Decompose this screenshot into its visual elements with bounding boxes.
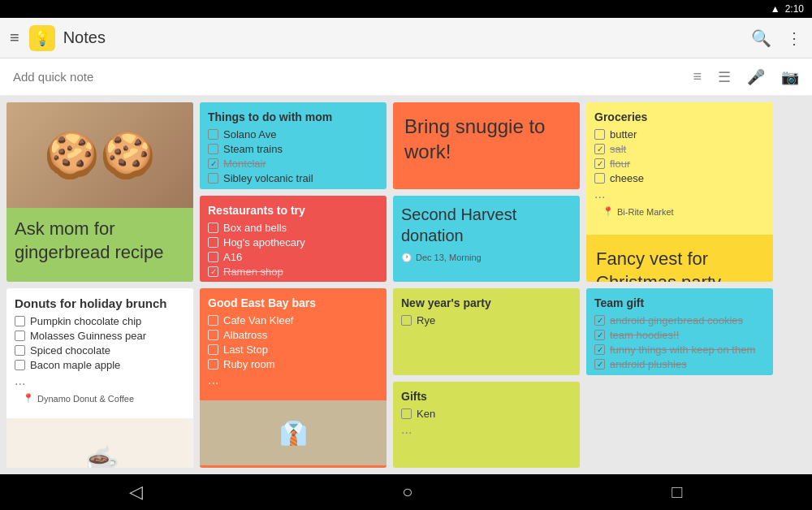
list-item: Steam trains: [208, 143, 378, 155]
fancy-vest-text[interactable]: Fancy vest for Christmas party: [586, 235, 773, 282]
things-todo-title: Things to do with mom: [208, 110, 378, 123]
note-gingerbread[interactable]: 🍪🍪 Ask mom for gingerbread recipe: [6, 102, 193, 282]
recent-apps-button[interactable]: □: [672, 482, 682, 503]
back-button[interactable]: ◁: [129, 482, 143, 503]
list-item: ✓Montclair: [208, 158, 378, 170]
wifi-icon: ▲: [771, 3, 780, 15]
text-format-icon[interactable]: ≡: [693, 68, 702, 85]
list-item: ✓android gingerbread cookies: [594, 314, 765, 326]
donuts-title: Donuts for holiday brunch: [15, 296, 185, 310]
camera-icon[interactable]: 📷: [781, 68, 799, 86]
list-item: Pumpkin chocolate chip: [15, 315, 185, 327]
restaurants-title: Restaurants to try: [208, 204, 378, 217]
quick-note-actions: ≡ ☰ 🎤 📷: [693, 68, 799, 86]
search-icon[interactable]: 🔍: [751, 28, 771, 48]
list-item: ✓funny things with keep on them: [594, 344, 765, 356]
app-icon: 💡: [29, 25, 55, 51]
gingerbread-image: 🍪🍪: [6, 102, 193, 208]
eastbay-title: Good East Bay bars: [208, 296, 378, 309]
more-items: ...: [401, 422, 572, 437]
list-item: Hog's apothecary: [208, 236, 378, 249]
list-item: ✓team hoodies!!: [594, 329, 765, 341]
toolbar-actions: 🔍 ⋮: [751, 28, 802, 48]
list-item: Ken: [401, 408, 572, 420]
quick-note-input[interactable]: [13, 70, 683, 84]
list-item: Sibley volcanic trail: [208, 172, 378, 184]
note-second-harvest[interactable]: Second Harvest donation 🕐 Dec 13, Mornin…: [393, 196, 580, 283]
list-item: Box and bells: [208, 222, 378, 234]
notes-grid: 🍪🍪 Ask mom for gingerbread recipe Things…: [0, 96, 812, 474]
status-bar: ▲ 2:10: [0, 0, 812, 18]
note-bring-snuggie[interactable]: Bring snuggie to work!: [393, 102, 580, 189]
groceries-footer: 📍 Bi-Rite Market: [594, 203, 765, 223]
more-items: ...: [208, 187, 378, 189]
list-item: cheese: [594, 172, 765, 184]
note-good-eastbay[interactable]: Good East Bay bars Cafe Van Kleef Albatr…: [200, 288, 387, 468]
list-item: Cafe Van Kleef: [208, 314, 378, 326]
more-items: ...: [594, 373, 765, 375]
list-item: Bacon maple apple: [15, 359, 185, 371]
list-item: Spiced chocolate: [15, 344, 185, 357]
mug-image: ☕: [6, 418, 193, 468]
list-item: Rye: [401, 314, 572, 326]
list-item: ✓android plushies: [594, 358, 765, 370]
location-icon: 📍: [23, 393, 34, 404]
more-icon[interactable]: ⋮: [786, 28, 802, 48]
list-item: ✓Ramen shop: [208, 266, 378, 278]
note-team-gift[interactable]: Team gift ✓android gingerbread cookies ✓…: [586, 288, 773, 375]
second-harvest-footer: 🕐 Dec 13, Morning: [393, 249, 580, 270]
list-item: ✓flour: [594, 158, 765, 170]
list-item: Ruby room: [208, 358, 378, 370]
snuggie-text: Bring snuggie to work!: [393, 102, 580, 175]
toolbar: ≡ 💡 Notes 🔍 ⋮: [0, 18, 812, 58]
list-item: Albatross: [208, 329, 378, 341]
home-button[interactable]: ○: [402, 482, 412, 503]
second-harvest-text: Second Harvest donation: [401, 204, 572, 246]
groceries-title: Groceries: [594, 110, 765, 123]
list-item: Solano Ave: [208, 128, 378, 140]
note-new-years[interactable]: New year's party Rye: [393, 288, 580, 375]
list-item: ✓salt: [594, 143, 765, 155]
more-items: ...: [15, 374, 185, 388]
note-groceries[interactable]: Groceries butter ✓salt ✓flour cheese ...…: [586, 102, 773, 282]
note-restaurants[interactable]: Restaurants to try Box and bells Hog's a…: [200, 196, 387, 283]
teamgift-title: Team gift: [594, 296, 765, 309]
list-icon[interactable]: ☰: [718, 68, 731, 86]
location-icon: 📍: [603, 206, 614, 217]
note-donuts[interactable]: Donuts for holiday brunch Pumpkin chocol…: [6, 288, 193, 468]
gifts-title: Gifts: [401, 390, 572, 403]
mic-icon[interactable]: 🎤: [747, 68, 765, 86]
more-items: ...: [594, 187, 765, 201]
bottom-nav: ◁ ○ □: [0, 474, 812, 510]
vest-photo: 👔: [200, 400, 387, 465]
app-title: Notes: [63, 28, 751, 47]
list-item: Last Stop: [208, 344, 378, 356]
newyears-title: New year's party: [401, 296, 572, 309]
donuts-footer: 📍 Dynamo Donut & Coffee: [15, 390, 185, 410]
list-item: A16: [208, 251, 378, 263]
note-things-to-do[interactable]: Things to do with mom Solano Ave Steam t…: [200, 102, 387, 189]
gingerbread-title: Ask mom for gingerbread recipe: [6, 208, 193, 274]
time-display: 2:10: [785, 3, 804, 15]
more-items: ...: [208, 373, 378, 387]
note-gifts[interactable]: Gifts Ken ...: [393, 382, 580, 469]
menu-icon[interactable]: ≡: [10, 28, 19, 47]
clock-icon: 🕐: [401, 253, 412, 263]
list-item: butter: [594, 128, 765, 140]
quick-note-bar: ≡ ☰ 🎤 📷: [0, 58, 812, 96]
list-item: Molasses Guinness pear: [15, 330, 185, 342]
